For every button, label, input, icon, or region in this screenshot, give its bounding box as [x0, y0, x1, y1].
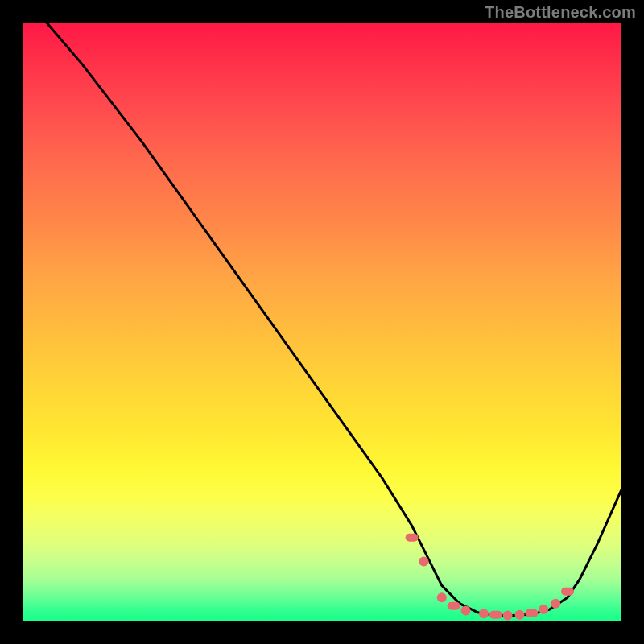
- marker-dot: [479, 609, 489, 618]
- marker-dot: [406, 534, 419, 542]
- frame: TheBottleneck.com: [0, 0, 644, 644]
- bottleneck-curve: [47, 23, 621, 616]
- marker-dot: [461, 606, 471, 616]
- marker-dot: [419, 557, 429, 567]
- marker-dot: [503, 611, 513, 621]
- marker-dot: [437, 592, 447, 602]
- marker-dot: [448, 602, 460, 610]
- watermark: TheBottleneck.com: [485, 3, 636, 22]
- marker-dot: [561, 588, 574, 596]
- plot-area: [23, 23, 621, 621]
- marker-dot: [539, 605, 548, 614]
- curve-layer: [23, 23, 621, 621]
- marker-dot: [515, 610, 525, 620]
- marker-dot: [525, 609, 538, 617]
- marker-dot: [551, 599, 560, 609]
- marker-group: [406, 534, 574, 621]
- marker-dot: [489, 611, 502, 619]
